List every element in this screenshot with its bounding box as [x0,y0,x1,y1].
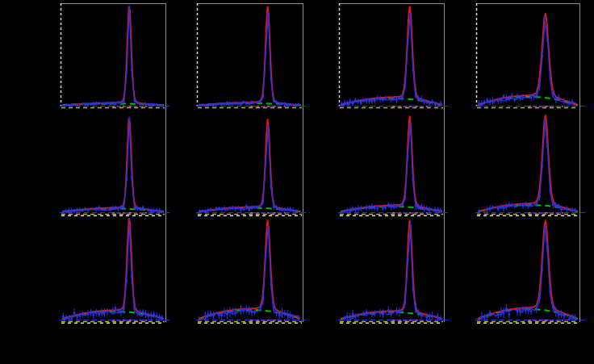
data-marker [409,15,412,17]
data-marker [563,315,566,317]
data-marker [571,317,574,320]
data-marker [79,208,82,211]
data-marker [267,229,270,232]
data-marker [478,103,480,105]
data-marker [500,312,502,314]
data-marker [103,103,106,105]
data-marker [156,315,158,317]
data-marker [385,206,387,208]
data-marker [390,98,392,101]
data-marker [525,309,527,312]
data-marker [379,312,382,314]
data-marker [226,102,228,104]
data-marker [354,209,357,211]
data-marker [346,102,349,104]
data-marker [270,282,273,285]
data-marker [352,102,354,104]
data-marker [530,97,533,99]
data-marker [511,204,513,207]
data-marker [417,98,420,100]
data-marker [486,316,488,318]
data-marker [229,207,232,209]
data-marker [538,195,541,198]
data-marker [349,316,351,318]
data-marker [417,312,420,314]
data-marker [550,77,552,79]
data-marker [387,203,390,206]
data-marker [273,99,275,102]
data-marker [240,309,242,312]
data-marker [90,103,92,106]
data-marker [360,207,362,210]
data-marker [409,225,412,228]
data-marker [412,288,415,291]
data-marker [434,208,437,211]
data-marker [571,209,574,211]
data-marker [503,312,505,314]
data-marker [385,97,387,99]
data-marker [423,100,425,103]
plots-svg [0,0,594,364]
data-marker [497,208,500,211]
data-marker [525,203,527,206]
data-marker [349,210,351,212]
data-marker [144,103,147,106]
data-marker [128,118,131,120]
data-marker [117,102,119,104]
data-marker [270,186,273,189]
data-marker [546,145,549,148]
data-marker [395,205,398,207]
data-marker [226,313,228,316]
data-marker [554,311,557,313]
data-marker [156,209,158,211]
data-marker [90,312,92,314]
data-marker [156,104,158,107]
data-marker [552,306,554,308]
data-marker [295,104,297,107]
data-marker [79,315,82,317]
data-marker [120,103,123,105]
data-marker [134,306,136,308]
data-marker [73,211,76,213]
data-marker [376,207,379,210]
data-marker [93,314,95,316]
data-marker [298,103,300,106]
data-marker [289,314,291,316]
data-marker [161,317,164,320]
data-marker [287,103,289,106]
data-marker [420,98,423,101]
data-marker [292,209,295,211]
data-marker [292,316,295,319]
data-marker [560,313,563,316]
data-marker [251,311,253,313]
data-marker [546,40,549,42]
data-marker [508,313,511,316]
data-marker [134,207,136,209]
data-marker [530,203,533,206]
data-marker [139,312,141,314]
data-marker [508,98,511,100]
data-marker [412,179,415,182]
data-marker [251,207,253,209]
data-marker [232,310,234,312]
data-marker [248,103,250,105]
data-marker [123,308,125,310]
data-marker [530,310,533,312]
data-marker [511,95,513,98]
data-marker [243,101,245,103]
data-marker [65,210,68,212]
data-marker [103,208,106,211]
data-marker [366,207,368,209]
data-marker [358,207,360,210]
data-marker [62,316,65,318]
data-marker [68,104,70,107]
data-marker [289,208,291,211]
data-marker [237,207,240,209]
data-marker [533,95,535,98]
data-marker [393,98,395,100]
data-marker [220,208,223,211]
data-marker [415,307,417,309]
data-marker [212,104,215,107]
data-marker [111,310,114,312]
data-marker [387,309,390,312]
